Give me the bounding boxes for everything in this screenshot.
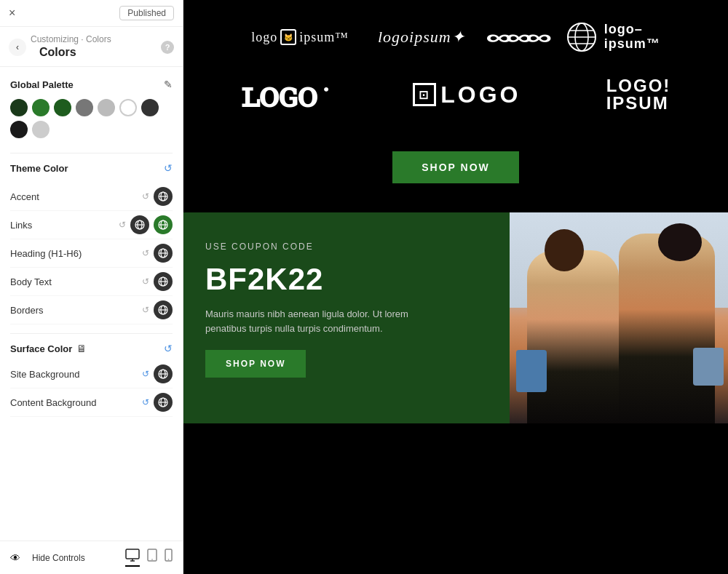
logo-2: logoipsum✦ [378,28,465,47]
content-bg-color-button[interactable] [154,393,173,412]
theme-color-header: Theme Color ↺ [10,162,173,174]
swatch-2[interactable] [54,99,71,116]
logo-4: logo– ipsum™ [566,22,660,52]
logo-3: ∞∞∞ [494,22,537,52]
swatches-row [10,99,173,138]
swatch-0[interactable] [10,99,28,116]
links-color-button-global[interactable] [130,215,149,234]
swatch-3[interactable] [76,99,93,116]
edit-palette-icon[interactable]: ✎ [164,79,173,90]
shop-now-coupon-button[interactable]: SHOP NOW [205,350,306,378]
site-bg-label: Site Background [10,369,142,380]
coupon-code: BF2K22 [205,262,488,297]
theme-reset-icon[interactable]: ↺ [164,162,173,174]
coupon-description: Mauris mauris nibh aenean ligula dolor. … [205,307,424,335]
panel-bottombar: 👁 Hide Controls [0,541,183,574]
swatch-8[interactable] [32,121,50,138]
body-text-reset-icon[interactable]: ↺ [142,276,149,287]
coupon-image [510,212,728,423]
links-row: Links ↺ [10,211,173,239]
close-icon[interactable]: × [9,7,15,20]
palette-divider [10,153,173,154]
content-bg-reset-icon[interactable]: ↺ [142,397,149,407]
desktop-icon[interactable] [125,549,140,567]
content-bg-actions: ↺ [142,393,173,412]
borders-row: Borders ↺ [10,296,173,324]
accent-label: Accent [10,191,142,202]
global-palette-header: Global Palette ✎ [10,79,173,90]
site-bg-reset-icon[interactable]: ↺ [142,369,149,379]
svg-point-30 [168,559,170,560]
logo-5: ʟᴏɢᴏ • [241,74,328,115]
borders-reset-icon[interactable]: ↺ [142,305,149,315]
surface-title-group: Surface Color 🖥 [10,343,87,354]
heading-label: Heading (H1-H6) [10,248,142,259]
accent-reset-icon[interactable]: ↺ [142,191,149,202]
accent-color-button[interactable] [154,187,173,206]
panel-topbar: × Published [0,0,183,27]
shop-now-hero-button[interactable]: SHOP NOW [392,151,519,183]
site-bg-color-button[interactable] [154,364,173,383]
help-icon[interactable]: ? [161,41,174,54]
svg-rect-24 [126,549,139,559]
links-label: Links [10,220,119,231]
logo-1: logo 🐱 ipsum™ [251,29,349,45]
page-title: Colors [31,44,157,60]
links-reset-icon[interactable]: ↺ [119,220,126,230]
links-actions: ↺ [119,215,173,234]
heading-actions: ↺ [142,244,173,263]
topbar-left: × [9,7,15,20]
borders-actions: ↺ [142,300,173,319]
borders-color-button[interactable] [154,300,173,319]
content-bg-label: Content Background [10,397,142,408]
links-color-button-active[interactable] [154,215,173,234]
panel-content: Global Palette ✎ Theme Color ↺ Accent ↺ [0,67,183,541]
customizer-panel: × Published ‹ Customizing · Colors Color… [0,0,183,574]
body-text-label: Body Text [10,276,142,287]
heading-row: Heading (H1-H6) ↺ [10,239,173,268]
body-text-row: Body Text ↺ [10,268,173,296]
swatch-6[interactable] [141,99,159,116]
global-palette-title: Global Palette [10,79,74,90]
logos-row-2: ʟᴏɢᴏ • ⊡ LOGO LOGO! IPSUM [198,74,713,115]
svg-point-28 [151,559,153,560]
coupon-label: USE COUPON CODE [205,242,488,252]
site-bg-row: Site Background ↺ [10,360,173,388]
swatch-7[interactable] [10,121,28,138]
panel-nav: ‹ Customizing · Colors Colors ? [0,27,183,67]
logos-section: logo 🐱 ipsum™ logoipsum✦ ∞∞∞ [183,0,728,212]
borders-label: Borders [10,305,142,316]
back-button[interactable]: ‹ [9,39,26,56]
preview-area: logo 🐱 ipsum™ logoipsum✦ ∞∞∞ [183,0,728,574]
site-bg-actions: ↺ [142,364,173,383]
monitor-icon: 🖥 [76,343,87,354]
theme-color-title: Theme Color [10,163,68,174]
logo-6: ⊡ LOGO [413,81,521,108]
surface-color-title: Surface Color [10,343,72,354]
swatch-1[interactable] [32,99,50,116]
body-text-color-button[interactable] [154,272,173,291]
device-icons [125,549,173,567]
coupon-section: USE COUPON CODE BF2K22 Mauris mauris nib… [183,212,728,423]
heading-color-button[interactable] [154,244,173,263]
tablet-icon[interactable] [147,549,157,567]
swatch-5[interactable] [119,99,137,116]
mobile-icon[interactable] [165,549,173,567]
published-badge: Published [119,6,174,20]
heading-reset-icon[interactable]: ↺ [142,248,149,258]
content-bg-row: Content Background ↺ [10,388,173,417]
surface-color-header: Surface Color 🖥 ↺ [10,343,173,354]
theme-divider [10,333,173,334]
accent-row: Accent ↺ [10,183,173,211]
swatch-4[interactable] [98,99,115,116]
accent-actions: ↺ [142,187,173,206]
hide-controls-button[interactable]: Hide Controls [32,553,85,563]
surface-reset-icon[interactable]: ↺ [164,343,173,354]
breadcrumb: Customizing · Colors [31,34,157,44]
coupon-content: USE COUPON CODE BF2K22 Mauris mauris nib… [183,212,510,423]
body-text-actions: ↺ [142,272,173,291]
logo-7: LOGO! IPSUM [606,77,671,112]
logos-row-1: logo 🐱 ipsum™ logoipsum✦ ∞∞∞ [198,22,713,52]
